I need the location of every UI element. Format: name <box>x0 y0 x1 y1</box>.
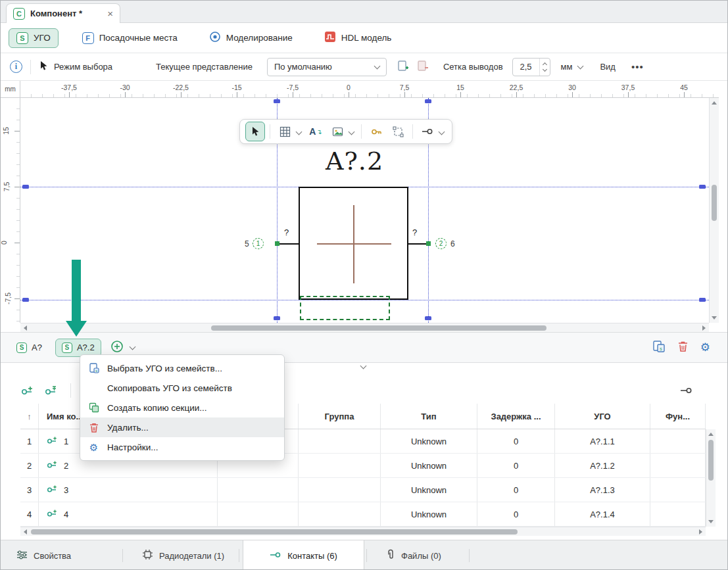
canvas-vertical-scrollbar[interactable] <box>709 98 719 323</box>
column-type[interactable]: Тип <box>381 404 477 429</box>
select-tool-button[interactable] <box>245 122 265 141</box>
scrollbar-thumb[interactable] <box>708 440 714 481</box>
info-icon[interactable]: i <box>10 60 22 73</box>
pin-endpoint-handle[interactable] <box>275 241 279 246</box>
chevron-down-icon[interactable] <box>296 128 303 135</box>
table-row[interactable]: 4 4 Unknown 0 A?.1.4 <box>20 502 706 527</box>
view-menu-button[interactable]: Вид <box>600 62 616 72</box>
scroll-right-icon[interactable] <box>699 529 702 534</box>
grid-tool-button[interactable] <box>275 122 295 141</box>
scroll-up-icon[interactable] <box>712 101 717 105</box>
pin-number-right: 6 <box>450 239 455 249</box>
sliders-icon <box>16 550 28 562</box>
pin-endpoint-handle[interactable] <box>426 241 431 246</box>
chevron-down-icon[interactable] <box>439 128 445 135</box>
scrollbar-thumb[interactable] <box>712 185 717 221</box>
ruler-tick: -37,5 <box>61 83 77 91</box>
close-icon[interactable]: × <box>107 8 113 19</box>
menu-item-delete[interactable]: Удалить... <box>80 417 284 437</box>
add-contacts-group-button[interactable] <box>41 381 61 400</box>
scroll-left-icon[interactable] <box>24 325 27 331</box>
stepper-down-icon[interactable] <box>543 66 547 71</box>
text-tool-button[interactable]: A↴ <box>306 122 326 141</box>
add-contact-button[interactable] <box>18 381 37 400</box>
ruler-tick: 30 <box>568 83 576 91</box>
selection-handle[interactable] <box>22 298 29 302</box>
scrollbar-thumb[interactable] <box>31 529 518 534</box>
menu-item-copy-ugo[interactable]: Скопировать УГО из семейств <box>80 378 284 398</box>
selection-handle[interactable] <box>274 99 280 103</box>
tab-parts[interactable]: Радиодетали (1) <box>135 540 231 570</box>
contact-name: 2 <box>64 461 68 471</box>
tab-ugo[interactable]: S УГО <box>9 28 59 48</box>
table-horizontal-scrollbar[interactable] <box>20 527 706 536</box>
add-view-icon[interactable] <box>397 60 409 74</box>
column-sort[interactable]: ↑ <box>20 404 39 429</box>
ruler-tick: 22,5 <box>510 83 523 91</box>
selection-handle[interactable] <box>699 298 706 302</box>
transform-tool-button[interactable] <box>388 122 408 141</box>
column-func[interactable]: Фун... <box>650 404 706 429</box>
tab-properties[interactable]: Свойства <box>10 540 78 570</box>
table-row[interactable]: 3 3 Unknown 0 A?.1.3 <box>20 478 706 502</box>
scroll-right-icon[interactable] <box>702 325 706 331</box>
ruler-tick: -15 <box>231 83 241 91</box>
units-select[interactable]: мм <box>561 62 583 72</box>
more-options-button[interactable]: ••• <box>631 61 644 72</box>
selection-handle[interactable] <box>425 99 431 103</box>
scroll-down-icon[interactable] <box>708 520 714 523</box>
tab-hdl-model[interactable]: HDL модель <box>316 27 400 49</box>
menu-item-label: Скопировать УГО из семейств <box>107 383 232 393</box>
selection-handle[interactable] <box>274 316 280 320</box>
pin-grid-stepper[interactable]: 2,5 <box>512 58 550 76</box>
canvas-horizontal-scrollbar[interactable] <box>20 323 709 332</box>
select-mode-label[interactable]: Режим выбора <box>54 62 112 72</box>
menu-item-select-ugo[interactable]: s Выбрать УГО из семейств... <box>80 358 284 378</box>
pin-index-left[interactable]: 1 <box>253 238 264 249</box>
scrollbar-thumb[interactable] <box>211 325 546 331</box>
pin-lead-left[interactable] <box>277 243 299 245</box>
selection-handle[interactable] <box>22 185 29 189</box>
scroll-left-icon[interactable] <box>24 529 27 534</box>
tab-modeling-label: Моделирование <box>226 33 293 43</box>
collapse-panel-icon[interactable] <box>360 363 367 369</box>
stepper-up-icon[interactable] <box>543 62 547 66</box>
key-tool-button[interactable] <box>366 122 386 141</box>
tab-files[interactable]: Файлы (0) <box>379 540 448 570</box>
tab-footprints[interactable]: F Посадочные места <box>74 28 185 48</box>
contact-group <box>299 502 381 526</box>
symbol-icon: S <box>62 343 72 353</box>
view-select[interactable]: По умолчанию <box>267 58 387 76</box>
gear-icon[interactable]: ⚙ <box>700 342 710 353</box>
section-tab-a[interactable]: S A? <box>10 339 49 357</box>
ruler-tick: 45 <box>680 83 688 91</box>
column-ugo[interactable]: УГО <box>555 404 650 429</box>
tab-contacts[interactable]: Контакты (6) <box>243 540 364 570</box>
table-vertical-scrollbar[interactable] <box>706 429 716 527</box>
menu-item-settings[interactable]: ⚙ Настройки... <box>80 437 284 457</box>
symbol-cross-vertical <box>353 205 354 283</box>
column-group[interactable]: Группа <box>299 404 381 429</box>
trash-icon[interactable] <box>677 341 689 354</box>
symbol-cross-horizontal <box>317 243 391 245</box>
pin-tool-button[interactable] <box>418 122 437 141</box>
selection-handle[interactable] <box>699 185 706 189</box>
remove-view-icon[interactable] <box>417 60 429 74</box>
image-tool-button[interactable] <box>328 122 347 141</box>
chevron-down-icon[interactable] <box>349 128 355 135</box>
paste-symbol-icon[interactable]: s <box>652 340 666 355</box>
symbol-designator-text[interactable]: A?.2 <box>326 147 383 176</box>
pin-icon[interactable] <box>676 381 696 400</box>
column-delay[interactable]: Задержка ... <box>477 404 555 429</box>
chevron-down-icon[interactable] <box>129 343 135 350</box>
tab-modeling[interactable]: Моделирование <box>201 27 301 49</box>
selection-handle[interactable] <box>425 316 431 320</box>
contact-ugo: A?.1.3 <box>555 478 650 502</box>
menu-item-copy-section[interactable]: Создать копию секции... <box>80 398 284 417</box>
scroll-up-icon[interactable] <box>708 433 714 436</box>
tab-component[interactable]: C Компонент * × <box>6 3 120 23</box>
pin-index-right[interactable]: 2 <box>435 238 447 249</box>
ruler-tick: 7,5 <box>3 182 11 192</box>
scroll-down-icon[interactable] <box>712 316 717 320</box>
add-section-button[interactable] <box>110 340 124 355</box>
